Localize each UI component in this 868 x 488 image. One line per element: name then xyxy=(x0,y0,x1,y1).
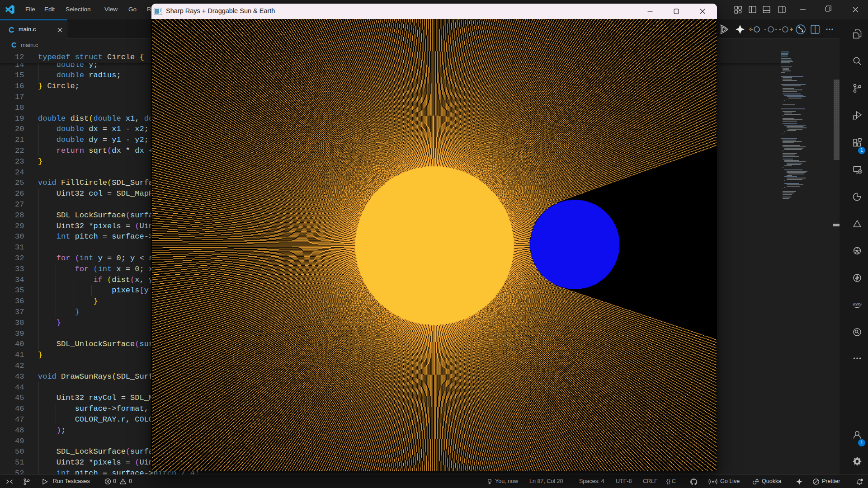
svg-text:aws: aws xyxy=(853,301,862,306)
